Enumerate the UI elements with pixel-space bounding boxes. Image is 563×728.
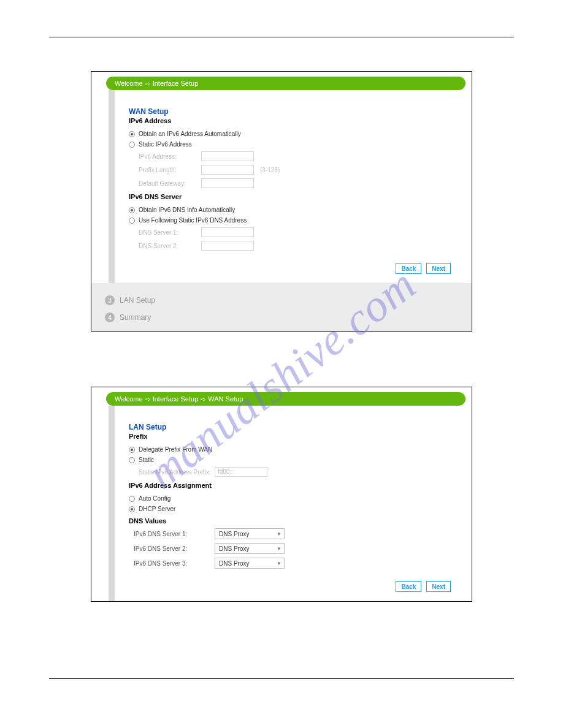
radio-label: Static xyxy=(139,457,154,463)
breadcrumb-item: Welcome xyxy=(115,395,143,403)
radio-icon xyxy=(129,218,135,224)
chevron-down-icon: ▼ xyxy=(277,531,282,537)
field-row-prefix-length: Prefix Length: (3-128) xyxy=(129,165,453,175)
breadcrumb-bar: Welcome ➪ Interface Setup ➪ WAN Setup xyxy=(106,392,465,406)
radio-static-prefix[interactable]: Static xyxy=(129,457,453,463)
page-top-rule xyxy=(49,37,514,37)
wizard-step-summary[interactable]: 4 Summary xyxy=(105,309,472,326)
radio-static-dns[interactable]: Use Following Static IPv6 DNS Address xyxy=(129,217,453,224)
select-value: DNS Proxy xyxy=(219,560,249,567)
wizard-steps: 3 LAN Setup 4 Summary xyxy=(91,283,472,331)
radio-delegate-prefix[interactable]: Delegate Prefix From WAN xyxy=(129,446,453,453)
chevron-down-icon: ▼ xyxy=(277,561,282,566)
radio-label: Obtain IPv6 DNS Info Automatically xyxy=(139,207,235,213)
step-number-icon: 4 xyxy=(105,313,115,322)
step-label: Summary xyxy=(120,313,151,322)
wizard-step-lan-setup[interactable]: 3 LAN Setup xyxy=(105,292,472,309)
page-title: LAN Setup xyxy=(129,423,453,431)
radio-icon xyxy=(129,506,135,512)
field-row-dns3: IPv6 DNS Server 3: DNS Proxy ▼ xyxy=(129,558,453,569)
field-label: IPv6 Address: xyxy=(129,153,201,160)
field-row-default-gateway: Default Gateway: xyxy=(129,178,453,188)
screenshot-wan-setup: Welcome ➪ Interface Setup WAN Setup IPv6… xyxy=(91,71,472,332)
field-row-dns2: DNS Server 2: xyxy=(129,241,453,251)
breadcrumb-arrow-icon: ➪ xyxy=(145,396,150,403)
radio-obtain-ipv6-auto[interactable]: Obtain an IPv6 Address Automatically xyxy=(129,131,453,137)
prefix-length-input[interactable] xyxy=(201,165,254,175)
radio-label: Auto Config xyxy=(139,495,170,502)
section-heading: DNS Values xyxy=(129,517,453,525)
field-row-static-prefix: Static IPv6 Address Prefix: fd00:: xyxy=(129,467,453,477)
field-label: DNS Server 1: xyxy=(129,229,201,236)
radio-icon xyxy=(129,207,135,213)
dns2-select[interactable]: DNS Proxy ▼ xyxy=(215,543,285,554)
section-heading: IPv6 Address Assignment xyxy=(129,482,453,489)
radio-icon xyxy=(129,457,135,463)
step-label: LAN Setup xyxy=(120,296,155,305)
radio-icon xyxy=(129,131,135,137)
breadcrumb-arrow-icon: ➪ xyxy=(201,396,205,403)
chevron-down-icon: ▼ xyxy=(277,546,282,552)
wizard-rail xyxy=(109,406,115,601)
breadcrumb-bar: Welcome ➪ Interface Setup xyxy=(106,77,465,90)
radio-label: Obtain an IPv6 Address Automatically xyxy=(139,131,241,137)
section-heading: IPv6 DNS Server xyxy=(129,193,453,200)
screenshot-lan-setup: Welcome ➪ Interface Setup ➪ WAN Setup LA… xyxy=(91,387,472,602)
field-row-dns1: IPv6 DNS Server 1: DNS Proxy ▼ xyxy=(129,528,453,539)
next-button[interactable]: Next xyxy=(426,263,451,274)
static-prefix-input[interactable]: fd00:: xyxy=(215,467,267,477)
next-button[interactable]: Next xyxy=(426,581,451,592)
radio-label: DHCP Server xyxy=(139,506,175,512)
field-row-ipv6-address: IPv6 Address: xyxy=(129,151,453,161)
section-heading: IPv6 Address xyxy=(129,117,453,124)
field-label: DNS Server 2: xyxy=(129,243,201,249)
page-title: WAN Setup xyxy=(129,107,453,116)
radio-auto-config[interactable]: Auto Config xyxy=(129,495,453,502)
radio-icon xyxy=(129,142,135,148)
field-row-dns1: DNS Server 1: xyxy=(129,227,453,237)
ipv6-address-input[interactable] xyxy=(201,151,254,161)
breadcrumb-item: Interface Setup xyxy=(153,395,199,403)
field-label: Default Gateway: xyxy=(129,180,201,187)
radio-label: Delegate Prefix From WAN xyxy=(139,446,212,453)
breadcrumb-item: Welcome xyxy=(115,80,143,87)
back-button[interactable]: Back xyxy=(396,581,421,592)
button-row: Back Next xyxy=(129,263,453,274)
radio-dhcp-server[interactable]: DHCP Server xyxy=(129,506,453,512)
section-heading: Prefix xyxy=(129,433,453,440)
dns-server-1-input[interactable] xyxy=(201,227,254,237)
radio-obtain-dns-auto[interactable]: Obtain IPv6 DNS Info Automatically xyxy=(129,207,453,213)
button-row: Back Next xyxy=(129,581,453,592)
config-panel: WAN Setup IPv6 Address Obtain an IPv6 Ad… xyxy=(115,90,465,283)
field-label: IPv6 DNS Server 2: xyxy=(129,545,215,552)
page-bottom-rule xyxy=(49,678,514,679)
radio-static-ipv6[interactable]: Static IPv6 Address xyxy=(129,141,453,148)
back-button[interactable]: Back xyxy=(396,263,421,274)
field-label: IPv6 DNS Server 1: xyxy=(129,531,215,537)
step-number-icon: 3 xyxy=(105,295,115,305)
dns3-select[interactable]: DNS Proxy ▼ xyxy=(215,558,285,569)
breadcrumb-item: WAN Setup xyxy=(208,395,243,403)
radio-icon xyxy=(129,447,135,453)
field-label: Static IPv6 Address Prefix: xyxy=(129,469,215,476)
field-label: Prefix Length: xyxy=(129,167,201,173)
field-row-dns2: IPv6 DNS Server 2: DNS Proxy ▼ xyxy=(129,543,453,554)
dns-server-2-input[interactable] xyxy=(201,241,254,251)
default-gateway-input[interactable] xyxy=(201,178,254,188)
config-panel: LAN Setup Prefix Delegate Prefix From WA… xyxy=(115,406,465,601)
radio-icon xyxy=(129,496,135,502)
select-value: DNS Proxy xyxy=(219,531,249,537)
field-hint: (3-128) xyxy=(260,167,280,173)
field-label: IPv6 DNS Server 3: xyxy=(129,560,215,567)
breadcrumb-item: Interface Setup xyxy=(153,80,199,87)
radio-label: Static IPv6 Address xyxy=(139,141,192,148)
dns1-select[interactable]: DNS Proxy ▼ xyxy=(215,528,285,539)
radio-label: Use Following Static IPv6 DNS Address xyxy=(139,217,247,224)
breadcrumb-arrow-icon: ➪ xyxy=(145,80,150,87)
select-value: DNS Proxy xyxy=(219,545,249,552)
